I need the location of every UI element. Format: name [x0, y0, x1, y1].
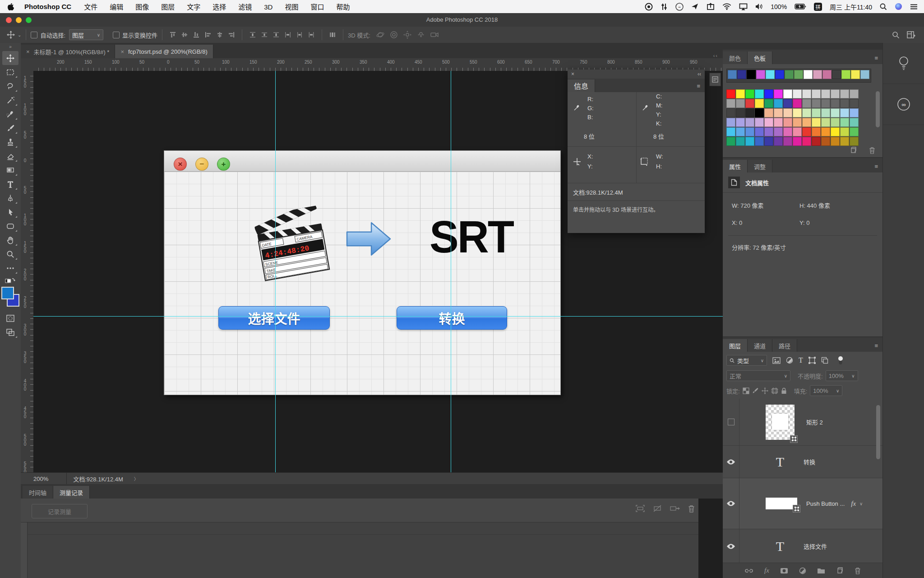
swatch[interactable] [850, 89, 859, 98]
opacity-field[interactable]: 100%∨ [826, 370, 858, 381]
lock-position-icon[interactable] [762, 387, 768, 394]
swatch[interactable] [783, 99, 792, 108]
swatch[interactable] [736, 99, 745, 108]
swatch[interactable] [783, 127, 792, 136]
lasso-tool[interactable] [2, 79, 18, 93]
swatch[interactable] [766, 70, 775, 79]
clone-stamp-tool[interactable] [2, 135, 18, 149]
tab-swatches[interactable]: 色板 [748, 51, 772, 64]
swatch[interactable] [804, 70, 813, 79]
swatch[interactable] [764, 99, 773, 108]
menu-item[interactable]: 选择 [213, 3, 226, 11]
swatch[interactable] [793, 99, 802, 108]
swatch[interactable] [755, 99, 764, 108]
control-center-icon[interactable] [910, 3, 918, 10]
swatch[interactable] [745, 108, 754, 117]
lock-paint-icon[interactable] [752, 387, 759, 394]
swatch[interactable] [774, 89, 783, 98]
input-method-badge[interactable]: 拼 [814, 3, 822, 11]
delete-layer-icon[interactable] [855, 567, 861, 574]
volume-icon[interactable] [755, 3, 763, 10]
delete-measurements-icon[interactable] [688, 505, 695, 513]
swatch[interactable] [793, 118, 802, 127]
swatch[interactable] [756, 70, 765, 79]
menu-item[interactable]: 帮助 [336, 3, 350, 11]
layer-style-icon[interactable]: fx [764, 567, 769, 574]
swatch[interactable] [737, 70, 746, 79]
add-mask-icon[interactable] [780, 568, 788, 574]
tab-paths[interactable]: 路径 [772, 339, 797, 352]
lock-all-icon[interactable] [781, 387, 787, 394]
layer-thumbnail[interactable] [766, 498, 797, 509]
menu-item[interactable]: 滤镜 [238, 3, 252, 11]
swatch[interactable] [822, 70, 832, 79]
swatch[interactable] [783, 137, 792, 146]
swatch[interactable] [802, 118, 811, 127]
path-selection-tool[interactable] [2, 205, 18, 219]
swatch[interactable] [812, 137, 821, 146]
distribute-center-icon[interactable] [296, 31, 303, 38]
swatch[interactable] [726, 137, 735, 146]
swatch[interactable] [831, 108, 840, 117]
swatch[interactable] [850, 118, 859, 127]
swatch[interactable] [850, 99, 859, 108]
swatch[interactable] [726, 127, 735, 136]
export-measurements-icon[interactable] [670, 505, 680, 513]
fx-expand-chevron[interactable]: ∨ [859, 501, 863, 506]
swatch[interactable] [840, 118, 849, 127]
creative-cloud-icon[interactable]: ∞ [675, 3, 684, 10]
send-icon[interactable] [691, 3, 699, 10]
document-tab-1[interactable]: × 未标题-1 @ 100%(RGB/8#) * [21, 45, 115, 58]
eyedropper-tool[interactable] [2, 107, 18, 121]
swatch[interactable] [736, 137, 745, 146]
3d-roll-icon[interactable] [389, 30, 398, 39]
tab-timeline[interactable]: 时间轴 [23, 486, 53, 499]
distribute-middle-icon[interactable] [261, 31, 268, 38]
swatch[interactable] [840, 89, 849, 98]
quick-mask-button[interactable] [2, 311, 18, 325]
swatch[interactable] [850, 108, 859, 117]
apple-icon[interactable] [7, 3, 14, 11]
quick-selection-tool[interactable] [2, 93, 18, 107]
swatch[interactable] [793, 127, 802, 136]
swatch[interactable] [840, 99, 849, 108]
panel-menu-icon[interactable]: ≡ [874, 163, 882, 172]
swatch[interactable] [774, 108, 783, 117]
swatch[interactable] [832, 70, 841, 79]
link-layers-icon[interactable] [744, 568, 753, 573]
show-transform-checkbox[interactable] [113, 32, 120, 38]
adjustment-layer-icon[interactable] [799, 567, 806, 574]
default-swap-colors[interactable] [2, 275, 18, 286]
text-layer-thumbnail[interactable]: T [766, 539, 795, 554]
menu-item[interactable]: 编辑 [110, 3, 123, 11]
menu-item[interactable]: 图像 [135, 3, 149, 11]
menu-item[interactable]: 文件 [84, 3, 97, 11]
tab-close-icon[interactable]: × [26, 48, 30, 55]
swatch[interactable] [821, 127, 830, 136]
siri-icon[interactable] [895, 3, 902, 10]
align-bottom-icon[interactable] [193, 31, 200, 38]
swatch[interactable] [821, 108, 830, 117]
sliders-icon[interactable] [661, 3, 668, 10]
gradient-tool[interactable] [2, 163, 18, 177]
swatch[interactable] [794, 70, 803, 79]
tools-collapse-chevron[interactable]: » [0, 43, 21, 51]
swatch[interactable] [745, 118, 754, 127]
3d-camera-icon[interactable] [430, 31, 440, 39]
new-group-icon[interactable] [817, 568, 825, 574]
align-right-icon[interactable] [228, 31, 235, 38]
swatch[interactable] [755, 137, 764, 146]
visibility-toggle[interactable] [723, 446, 739, 478]
tab-channels[interactable]: 通道 [748, 339, 772, 352]
swatch[interactable] [802, 99, 811, 108]
swatch[interactable] [728, 70, 737, 79]
swatch[interactable] [755, 89, 764, 98]
swatch[interactable] [774, 127, 783, 136]
lock-transparent-icon[interactable] [743, 387, 749, 394]
layer-row-convert[interactable]: T 转换 [723, 446, 882, 478]
distribute-top-icon[interactable] [249, 31, 256, 38]
workspace-switcher-icon[interactable] [907, 31, 916, 39]
libraries-panel-icon[interactable]: ∞ [883, 84, 924, 125]
tab-info[interactable]: 信息 [568, 79, 595, 92]
shape-tool[interactable] [2, 219, 18, 233]
